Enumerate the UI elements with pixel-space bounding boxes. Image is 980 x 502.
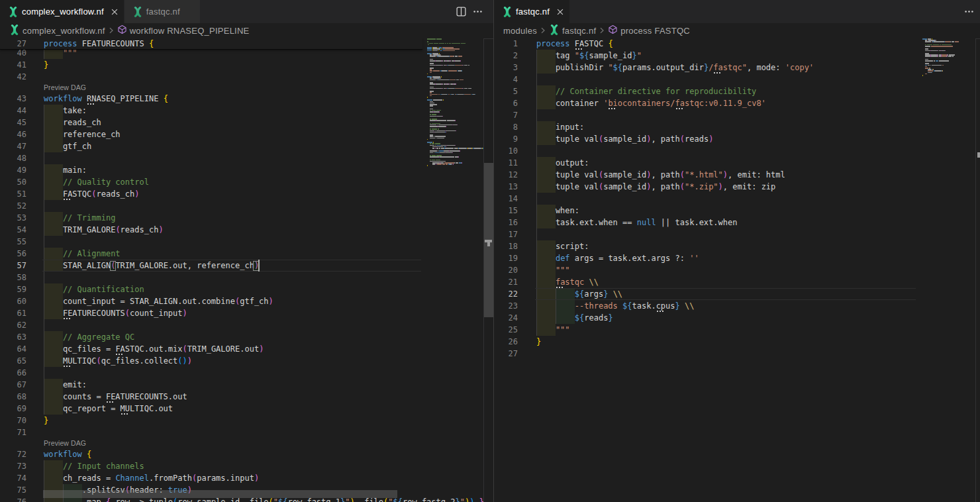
code-line-61[interactable]: 61 FEATURECOUNTS(count_input) — [0, 307, 493, 319]
code-token: " — [608, 63, 612, 72]
code-line-56[interactable]: 56 // Alignment — [0, 248, 493, 260]
code-token: gtf_ch — [240, 297, 268, 306]
code-line-43[interactable]: 43workflow RNASEQ_PIPELINE { — [0, 93, 493, 105]
code-line-26[interactable]: 26} — [494, 336, 980, 348]
code-token: TRIM_GALORE.out, reference_ch — [115, 261, 254, 270]
code-line-8[interactable]: 8 input: — [494, 121, 980, 133]
more-actions-icon[interactable] — [963, 7, 974, 17]
code-line-16[interactable]: 16 task.ext.when == null || task.ext.whe… — [494, 217, 980, 228]
code-line-9[interactable]: 9 tuple val(sample_id), path(reads) — [494, 133, 980, 145]
code-line-1[interactable]: 1process FASTQC { — [494, 38, 980, 50]
code-line-15[interactable]: 15 when: — [494, 205, 980, 217]
horizontal-scrollbar[interactable] — [43, 490, 397, 498]
minimap[interactable] — [427, 38, 484, 502]
code-line-22[interactable]: 22 ${args} \\ — [494, 288, 980, 300]
code-line-52[interactable]: 52 — [0, 200, 493, 212]
code-line-41[interactable]: 41} — [0, 59, 493, 71]
indent-guide-line — [536, 74, 537, 85]
code-line-68[interactable]: 68 counts = FEATURECOUNTS.out — [0, 391, 493, 403]
code-token: STAR_ALIGN — [44, 261, 111, 270]
code-line-60[interactable]: 60 count_input = STAR_ALIGN.out.combine(… — [0, 295, 493, 307]
code-line-59[interactable]: 59 // Quantification — [0, 283, 493, 295]
line-number: 71 — [0, 427, 26, 438]
code-line-69[interactable]: 69 qc_report = MULTIQC.out — [0, 403, 493, 415]
code-line-58[interactable]: 58 — [0, 272, 493, 283]
minimap-line — [427, 132, 484, 133]
code-line-62[interactable]: 62 — [0, 319, 493, 331]
breadcrumb-item-symbol[interactable]: workflow RNASEQ_PIPELINE — [117, 25, 250, 36]
code-line-74[interactable]: 74 ch_reads = Channel.fromPath(params.in… — [0, 472, 493, 484]
code-line-18[interactable]: 18 script: — [494, 240, 980, 252]
more-actions-icon[interactable] — [472, 7, 483, 17]
code-line-73[interactable]: 73 // Input channels — [0, 460, 493, 472]
code-line-7[interactable]: 7 — [494, 109, 980, 121]
tab-fastqc-right[interactable]: fastqc.nf — [494, 0, 570, 23]
code-token: '' — [689, 254, 699, 263]
code-line-48[interactable]: 48 — [0, 152, 493, 164]
code-line-49[interactable]: 49 main: — [0, 164, 493, 176]
code-line-50[interactable]: 50 // Quality control — [0, 176, 493, 188]
code-line-5[interactable]: 5 // Container directive for reproducibi… — [494, 85, 980, 97]
code-line-4[interactable]: 4 — [494, 74, 980, 85]
breadcrumb-item-folder[interactable]: modules — [503, 26, 537, 36]
code-line-54[interactable]: 54 TRIM_GALORE(reads_ch) — [0, 224, 493, 236]
code-line-44[interactable]: 44 take: — [0, 105, 493, 117]
code-token: reads_ch — [121, 225, 159, 234]
code-line-53[interactable]: 53 // Trimming — [0, 212, 493, 224]
code-line-66[interactable]: 66 — [0, 367, 493, 379]
code-line-27[interactable]: 27 — [494, 348, 980, 360]
code-line-67[interactable]: 67 emit: — [0, 379, 493, 391]
sticky-scroll-header[interactable]: 27process FEATURECOUNTS { — [0, 38, 422, 50]
indent-guide-line — [44, 200, 44, 212]
code-line-47[interactable]: 47 gtf_ch — [0, 140, 493, 152]
code-line-23[interactable]: 23 --threads ${task.cpus} \\ — [494, 300, 980, 312]
split-editor-icon[interactable] — [456, 7, 466, 17]
codelens-preview-dag[interactable]: Preview DAG — [44, 83, 86, 93]
code-editor-left[interactable]: 40 """41}42Preview DAG43workflow RNASEQ_… — [0, 38, 493, 502]
breadcrumb-item-symbol[interactable]: process FASTQC — [608, 25, 690, 36]
code-line-65[interactable]: 65 MULTIQC(qc_files.collect()) — [0, 355, 493, 367]
code-line-10[interactable]: 10 — [494, 145, 980, 157]
codelens-preview-dag[interactable]: Preview DAG — [44, 438, 86, 448]
code-line-25[interactable]: 25 """ — [494, 324, 980, 336]
code-line-17[interactable]: 17 — [494, 228, 980, 240]
code-line-51[interactable]: 51 FASTQC(reads_ch) — [0, 188, 493, 200]
line-number: 47 — [0, 140, 26, 152]
code-line-46[interactable]: 46 reference_ch — [0, 128, 493, 140]
code-line-42[interactable]: 42 — [0, 71, 493, 83]
code-editor-right[interactable]: 1process FASTQC {2 tag "${sample_id}"3 p… — [494, 38, 980, 502]
line-number: 75 — [0, 484, 26, 496]
code-line-57[interactable]: 57 STAR_ALIGN(TRIM_GALORE.out, reference… — [0, 260, 493, 272]
code-line-55[interactable]: 55 — [0, 236, 493, 248]
code-line-13[interactable]: 13 tuple val(sample_id), path("*.zip"), … — [494, 181, 980, 193]
code-line-24[interactable]: 24 ${reads} — [494, 312, 980, 324]
code-text: // Quantification — [44, 283, 144, 295]
code-line-70[interactable]: 70} — [0, 415, 493, 427]
code-line-20[interactable]: 20 """ — [494, 264, 980, 276]
code-line-3[interactable]: 3 publishDir "${params.output_dir}/fastq… — [494, 62, 980, 74]
code-line-2[interactable]: 2 tag "${sample_id}" — [494, 50, 980, 62]
code-line-27[interactable]: 27process FEATURECOUNTS { — [0, 38, 422, 50]
code-line-64[interactable]: 64 qc_files = FASTQC.out.mix(TRIM_GALORE… — [0, 343, 493, 355]
breadcrumb-item-file[interactable]: fastqc.nf — [549, 25, 596, 37]
code-line-72[interactable]: 72workflow { — [0, 448, 493, 460]
tab-complex-workflow[interactable]: complex_workflow.nf — [0, 0, 124, 23]
code-line-11[interactable]: 11 output: — [494, 157, 980, 169]
code-token: // Alignment — [44, 249, 121, 258]
breadcrumb-item-file[interactable]: complex_workflow.nf — [9, 25, 105, 37]
code-line-63[interactable]: 63 // Aggregate QC — [0, 331, 493, 343]
code-line-21[interactable]: 21 fastqc \\ — [494, 276, 980, 288]
code-line-6[interactable]: 6 container 'biocontainers/fastqc:v0.11.… — [494, 97, 980, 109]
code-text: tuple val(sample_id), path(reads) — [536, 133, 713, 145]
tab-fastqc-left[interactable]: fastqc.nf — [124, 0, 201, 23]
code-line-45[interactable]: 45 reads_ch — [0, 117, 493, 128]
close-icon[interactable] — [554, 5, 567, 19]
minimap[interactable] — [922, 38, 971, 502]
close-icon[interactable] — [108, 5, 121, 19]
code-line-19[interactable]: 19 def args = task.ext.args ?: '' — [494, 252, 980, 264]
editor-group-sash[interactable] — [493, 0, 494, 502]
code-line-14[interactable]: 14 — [494, 193, 980, 205]
code-line-12[interactable]: 12 tuple val(sample_id), path("*.html"),… — [494, 169, 980, 181]
code-line-71[interactable]: 71 — [0, 427, 493, 438]
line-number: 63 — [0, 331, 26, 343]
